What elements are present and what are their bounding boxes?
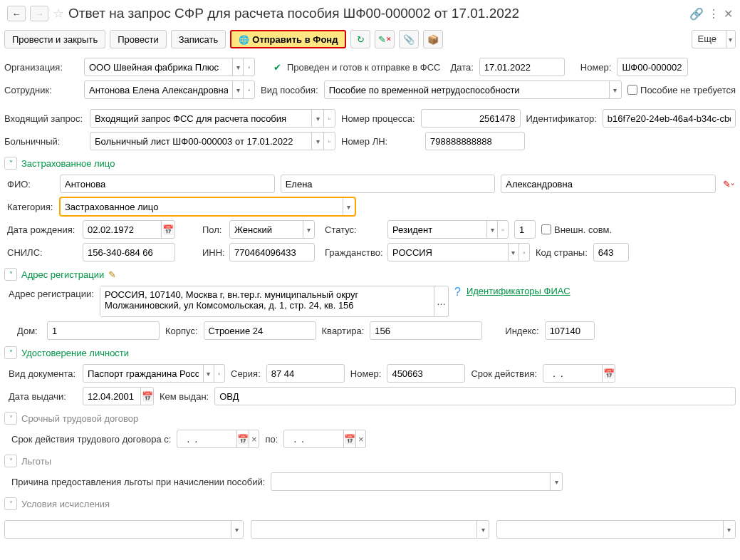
calc-condition-3[interactable]: ▾ <box>496 520 736 539</box>
employee-input[interactable]: ▾▫ <box>84 81 255 99</box>
post-button[interactable]: Провести <box>110 30 167 48</box>
citizenship-label: Гражданство: <box>325 247 382 258</box>
gender-label: Пол: <box>202 224 224 235</box>
status-num-input[interactable] <box>514 220 536 239</box>
calc-condition-2[interactable]: ▾ <box>251 520 490 539</box>
calc-condition-1[interactable]: ▾ <box>4 520 244 539</box>
magic-wand-button[interactable]: ✎✕ <box>375 30 395 48</box>
postcode-input[interactable] <box>545 321 595 340</box>
forward-button[interactable]: → <box>30 6 48 21</box>
close-icon[interactable]: ✕ <box>724 7 733 21</box>
calendar-icon[interactable]: 📅 <box>602 365 615 382</box>
first-name-input[interactable] <box>281 175 496 193</box>
number-label: Номер: <box>580 62 612 73</box>
clear-icon[interactable]: × <box>249 430 259 447</box>
valid-until-label: Срок действия: <box>471 368 537 379</box>
help-icon[interactable]: ? <box>454 286 461 299</box>
last-name-input[interactable] <box>60 175 275 193</box>
status-text: Проведен и готов к отправке в ФСС <box>287 62 440 73</box>
address-input[interactable]: РОССИЯ, 107140, Москва г, вн.тер.г. муни… <box>100 286 449 317</box>
sick-leave-input[interactable]: ▾▫ <box>90 132 335 150</box>
fias-link[interactable]: Идентификаторы ФИАС <box>467 286 570 296</box>
collapse-icon: ˅ <box>4 455 17 467</box>
issue-date-input[interactable]: 📅 <box>83 387 154 405</box>
number-input[interactable] <box>617 58 688 76</box>
snils-input[interactable] <box>83 243 175 261</box>
calendar-icon[interactable]: 📅 <box>236 430 249 447</box>
calendar-icon[interactable]: 📅 <box>140 388 153 405</box>
edit-address-icon[interactable]: ✎ <box>108 269 116 280</box>
section-benefits-header[interactable]: ˅ Льготы <box>4 450 736 470</box>
calendar-icon[interactable]: 📅 <box>161 221 174 238</box>
org-input[interactable]: ▾▫ <box>84 58 255 76</box>
section-calc-header[interactable]: ˅ Условия исчисления <box>4 493 736 513</box>
globe-icon <box>239 34 249 45</box>
house-label: Дом: <box>17 326 41 336</box>
more-menu-icon[interactable]: ⋮ <box>708 7 719 21</box>
category-label: Категория: <box>7 202 54 212</box>
country-code-input[interactable] <box>593 243 629 261</box>
category-input[interactable]: ▾ <box>60 197 355 216</box>
birth-input[interactable]: 📅 <box>83 220 175 239</box>
ln-no-input[interactable] <box>425 132 525 150</box>
external-checkbox[interactable]: Внешн. совм. <box>541 224 612 235</box>
attach-button[interactable]: 📎 <box>399 30 419 48</box>
snils-label: СНИЛС: <box>7 247 77 258</box>
building-input[interactable] <box>204 321 316 340</box>
building-label: Корпус: <box>165 326 198 336</box>
archive-button[interactable]: 📦 <box>423 30 443 48</box>
issued-by-label: Кем выдан: <box>160 391 209 402</box>
contract-to-input[interactable]: 📅× <box>283 430 366 448</box>
process-no-input[interactable] <box>421 109 521 128</box>
doc-type-input[interactable]: ▾▫ <box>83 364 225 383</box>
birth-label: Дата рождения: <box>7 224 77 235</box>
section-contract-header[interactable]: ˅ Срочный трудовой договор <box>4 408 736 427</box>
series-label: Серия: <box>231 368 261 379</box>
back-button[interactable]: ← <box>7 6 26 21</box>
date-label: Дата: <box>450 62 473 73</box>
citizenship-input[interactable]: ▾▫ <box>387 243 530 261</box>
issued-by-input[interactable] <box>214 387 736 405</box>
collapse-icon: ˅ <box>4 268 17 281</box>
sick-leave-label: Больничный: <box>4 136 84 147</box>
status-check-icon: ✔ <box>273 62 281 73</box>
send-to-fund-button[interactable]: Отправить в Фонд <box>230 30 346 48</box>
section-id-header[interactable]: ˅ Удостоверение личности <box>4 342 736 362</box>
flat-input[interactable] <box>370 321 482 340</box>
date-input[interactable] <box>479 58 565 76</box>
identifier-input[interactable] <box>603 109 736 128</box>
benefit-type-input[interactable]: ▾ <box>324 81 622 99</box>
valid-until-input[interactable]: 📅 <box>543 364 615 383</box>
collapse-icon: ˅ <box>4 412 17 425</box>
doc-number-input[interactable] <box>387 364 465 383</box>
benefit-reason-input[interactable]: ▾ <box>271 472 563 491</box>
benefit-reason-label: Причина предоставления льготы при начисл… <box>11 477 265 487</box>
post-and-close-button[interactable]: Провести и закрыть <box>4 30 105 48</box>
middle-name-input[interactable] <box>501 175 716 193</box>
clear-fio-icon[interactable]: ✎× <box>721 179 736 190</box>
link-icon[interactable]: 🔗 <box>689 7 704 21</box>
contract-from-label: Срок действия трудового договора с: <box>11 434 171 445</box>
inn-label: ИНН: <box>202 247 224 258</box>
incoming-input[interactable]: ▾▫ <box>90 109 335 128</box>
contract-to-label: по: <box>265 434 278 445</box>
collapse-icon: ˅ <box>4 346 17 359</box>
clear-icon[interactable]: × <box>355 430 365 447</box>
ln-no-label: Номер ЛН: <box>341 136 419 147</box>
status-input[interactable]: ▾▫ <box>387 220 509 239</box>
section-address-header[interactable]: ˅ Адрес регистрации ✎ <box>4 264 736 284</box>
inn-input[interactable] <box>229 243 315 261</box>
more-dropdown[interactable]: Еще▾ <box>692 30 736 48</box>
write-button[interactable]: Записать <box>171 30 226 48</box>
gender-input[interactable]: ▾ <box>229 220 315 239</box>
series-input[interactable] <box>266 364 345 383</box>
incoming-label: Входящий запрос: <box>4 113 84 124</box>
calendar-icon[interactable]: 📅 <box>343 430 355 447</box>
contract-from-input[interactable]: 📅× <box>177 430 259 448</box>
favorite-star-icon[interactable]: ☆ <box>53 6 64 21</box>
section-insured-header[interactable]: ˅ Застрахованное лицо <box>4 152 736 172</box>
refresh-button[interactable]: ↻ <box>350 30 370 48</box>
benefit-not-required-checkbox[interactable]: Пособие не требуется <box>627 85 736 95</box>
status-label: Статус: <box>325 224 382 235</box>
house-input[interactable] <box>47 321 160 340</box>
